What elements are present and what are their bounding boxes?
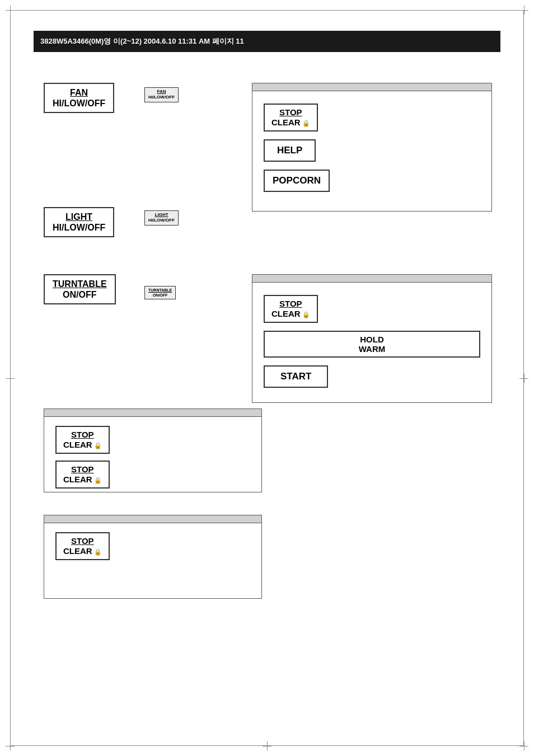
fan-button-small[interactable]: FAN HI/LOW/OFF: [144, 85, 179, 102]
crosshair-mid-right: [519, 374, 528, 383]
light-button-small[interactable]: LIGHT HI/LOW/OFF: [144, 208, 179, 226]
crosshair-top-right: [519, 6, 528, 15]
stop-label-1: STOP: [279, 107, 302, 118]
left-box2-header: [44, 515, 261, 523]
stop-clear-button-3[interactable]: STOP CLEAR: [55, 426, 250, 454]
crosshair-bottom-left: [6, 741, 15, 750]
turntable-button-small[interactable]: TURNTABLE ON/OFF: [144, 284, 176, 299]
stop-clear-button-2[interactable]: STOP CLEAR: [264, 295, 480, 323]
turntable-button-line2: ON/OFF: [63, 289, 96, 300]
popcorn-btn-label[interactable]: POPCORN: [264, 170, 330, 192]
header-text: 3828W5A3466(0M)영 이(2~12) 2004.6.10 11:31…: [34, 31, 500, 52]
help-btn-label[interactable]: HELP: [264, 139, 316, 162]
clear-label-4: CLEAR: [63, 475, 102, 485]
clear-label-5: CLEAR: [63, 546, 102, 556]
stop-clear-button-1[interactable]: STOP CLEAR: [264, 104, 480, 132]
clear-label-3: CLEAR: [63, 440, 102, 450]
clear-label-1: CLEAR: [271, 118, 310, 128]
stop-label-2: STOP: [279, 299, 302, 309]
fan-small-line1: FAN: [157, 89, 166, 95]
right-box1-header: [252, 83, 491, 91]
stop-clear-button-5[interactable]: STOP CLEAR: [55, 532, 250, 560]
light-button-large[interactable]: LIGHT HI/LOW/OFF: [44, 207, 114, 237]
crosshair-mid-left: [6, 374, 15, 383]
light-button-line2: HI/LOW/OFF: [53, 222, 105, 233]
fan-button-large[interactable]: FAN HI/LOW/OFF: [44, 83, 114, 113]
right-section-box-1: STOP CLEAR HELP POPCORN: [252, 83, 492, 212]
turntable-small-line2: ON/OFF: [153, 293, 167, 298]
turntable-button-large[interactable]: TURNTABLE ON/OFF: [44, 274, 116, 304]
fan-small-line2: HI/LOW/OFF: [148, 95, 175, 100]
stop-clear-button-4[interactable]: STOP CLEAR: [55, 461, 250, 489]
start-btn-label[interactable]: START: [264, 365, 328, 388]
stop-label-3: STOP: [71, 430, 94, 440]
crosshair-top-left: [6, 6, 15, 15]
light-small-line2: HI/LOW/OFF: [148, 218, 175, 223]
turntable-small-line1: TURNTABLE: [148, 288, 172, 293]
right-box2-header: [252, 275, 491, 283]
hold-warm-button[interactable]: HOLD WARM: [264, 331, 480, 358]
right-section-box-2: STOP CLEAR HOLD WARM START: [252, 274, 492, 403]
left-section-box-1: STOP CLEAR STOP CLEAR: [44, 408, 262, 492]
stop-label-4: STOP: [71, 464, 94, 475]
left-box1-header: [44, 409, 261, 417]
warm-label: WARM: [359, 344, 386, 354]
light-button-line1: LIGHT: [65, 212, 92, 222]
popcorn-button[interactable]: POPCORN: [264, 170, 480, 192]
border-top: [10, 10, 524, 11]
fan-button-line2: HI/LOW/OFF: [53, 98, 105, 109]
hold-label: HOLD: [360, 335, 384, 344]
fan-button-line1: FAN: [70, 87, 88, 98]
crosshair-bottom-right: [519, 741, 528, 750]
light-small-line1: LIGHT: [155, 212, 168, 218]
clear-label-2: CLEAR: [271, 309, 310, 319]
crosshair-center-bottom: [263, 741, 271, 750]
stop-label-5: STOP: [71, 536, 94, 546]
turntable-button-line1: TURNTABLE: [53, 279, 107, 289]
left-section-box-2: STOP CLEAR: [44, 515, 262, 599]
start-button[interactable]: START: [264, 365, 480, 388]
help-button[interactable]: HELP: [264, 139, 480, 162]
